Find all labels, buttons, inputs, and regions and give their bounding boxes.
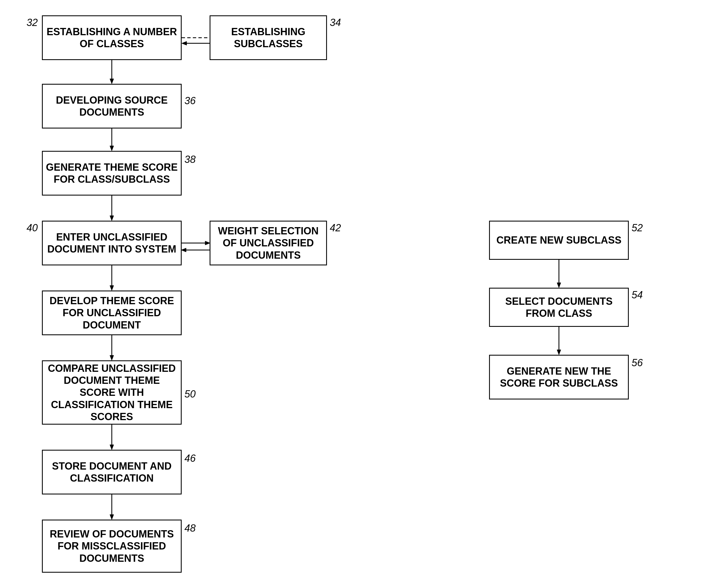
- svg-marker-24: [557, 350, 561, 355]
- ref-56: 56: [631, 357, 643, 369]
- box-generate-new-score: GENERATE NEW THE SCORE FOR SUBCLASS: [489, 355, 629, 399]
- ref-48: 48: [184, 522, 196, 534]
- box-generate-theme-score: GENERATE THEME SCORE FOR CLASS/SUBCLASS: [42, 151, 182, 195]
- ref-54: 54: [631, 289, 643, 301]
- diagram-container: ESTABLISHING A NUMBER OF CLASSES 32 ESTA…: [0, 0, 728, 583]
- ref-46: 46: [184, 453, 196, 464]
- box-store-document: STORE DOCUMENT AND CLASSIFICATION: [42, 450, 182, 495]
- ref-36: 36: [184, 95, 196, 107]
- svg-marker-6: [110, 146, 114, 151]
- box-establishing-subclasses: ESTABLISHING SUBCLASSES: [210, 16, 327, 60]
- ref-38: 38: [184, 154, 196, 165]
- box-create-new-subclass: CREATE NEW SUBCLASS: [489, 221, 629, 260]
- svg-marker-14: [110, 286, 114, 291]
- box-weight-selection: WEIGHT SELECTION OF UNCLASSIFIED DOCUMEN…: [210, 221, 327, 265]
- box-establishing-classes: ESTABLISHING A NUMBER OF CLASSES: [42, 16, 182, 60]
- svg-marker-20: [110, 514, 114, 520]
- ref-42: 42: [330, 222, 341, 234]
- svg-marker-22: [557, 283, 561, 288]
- ref-50: 50: [184, 388, 196, 400]
- ref-52: 52: [631, 222, 643, 234]
- box-select-documents: SELECT DOCUMENTS FROM CLASS: [489, 288, 629, 327]
- svg-marker-18: [110, 445, 114, 450]
- svg-marker-8: [110, 216, 114, 221]
- box-enter-unclassified: ENTER UNCLASSIFIED DOCUMENT INTO SYSTEM: [42, 221, 182, 265]
- svg-marker-4: [182, 41, 187, 45]
- ref-40: 40: [27, 222, 38, 234]
- box-compare-unclassified: COMPARE UNCLASSIFIED DOCUMENT THEME SCOR…: [42, 360, 182, 425]
- ref-34: 34: [330, 17, 341, 28]
- svg-marker-12: [181, 248, 186, 252]
- svg-marker-1: [110, 79, 114, 84]
- box-review-documents: REVIEW OF DOCUMENTS FOR MISSCLASSIFIED D…: [42, 520, 182, 573]
- box-develop-theme-score: DEVELOP THEME SCORE FOR UNCLASSIFIED DOC…: [42, 291, 182, 335]
- svg-marker-16: [110, 355, 114, 360]
- ref-32: 32: [27, 17, 38, 28]
- box-developing-source: DEVELOPING SOURCE DOCUMENTS: [42, 84, 182, 129]
